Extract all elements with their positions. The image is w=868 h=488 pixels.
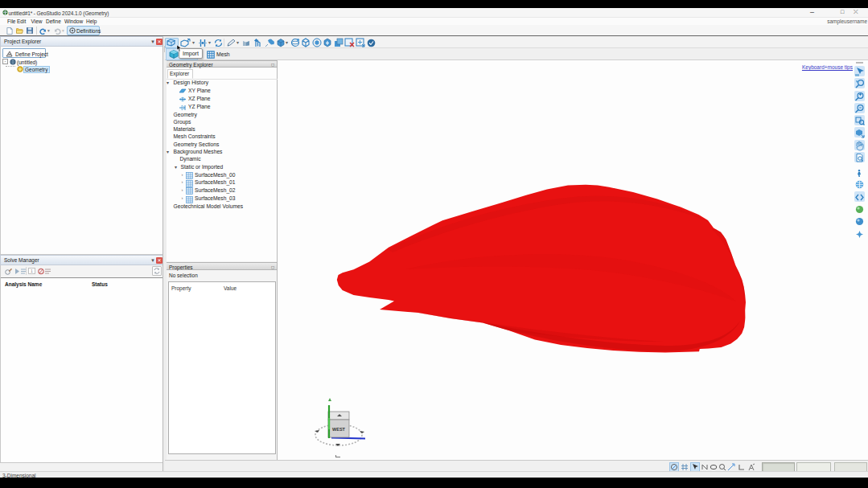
svg-text:WEST: WEST: [332, 427, 346, 432]
